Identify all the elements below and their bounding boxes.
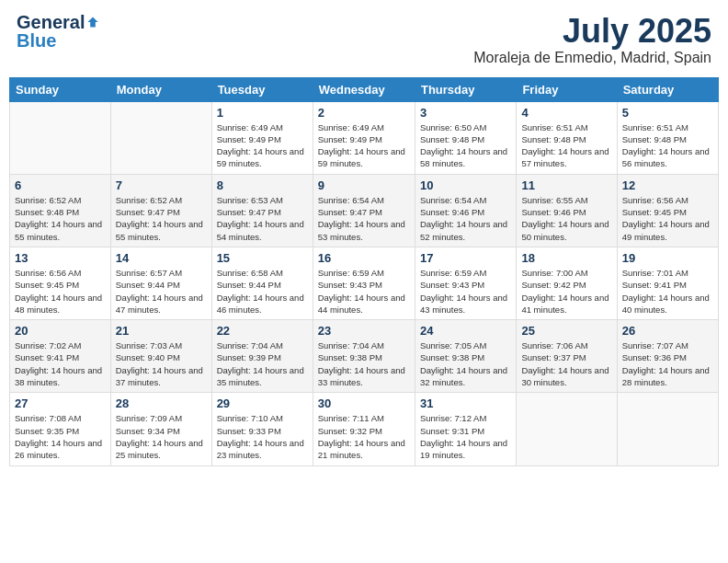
day-info: Sunrise: 6:52 AMSunset: 9:48 PMDaylight:… xyxy=(15,194,106,243)
day-number: 15 xyxy=(217,251,308,265)
day-number: 25 xyxy=(521,324,611,338)
col-friday: Friday xyxy=(517,77,617,101)
day-info: Sunrise: 7:11 AMSunset: 9:32 PMDaylight:… xyxy=(318,412,410,461)
col-thursday: Thursday xyxy=(415,77,516,101)
svg-marker-0 xyxy=(88,17,98,27)
table-row: 20Sunrise: 7:02 AMSunset: 9:41 PMDayligh… xyxy=(10,320,111,393)
day-number: 22 xyxy=(217,324,308,338)
day-number: 9 xyxy=(318,178,410,192)
day-info: Sunrise: 7:02 AMSunset: 9:41 PMDaylight:… xyxy=(15,339,106,388)
table-row xyxy=(517,393,617,465)
table-row: 27Sunrise: 7:08 AMSunset: 9:35 PMDayligh… xyxy=(10,393,111,465)
table-row: 17Sunrise: 6:59 AMSunset: 9:43 PMDayligh… xyxy=(415,247,516,319)
logo-general-text: General xyxy=(17,13,85,31)
day-info: Sunrise: 6:53 AMSunset: 9:47 PMDaylight:… xyxy=(217,194,308,243)
day-info: Sunrise: 6:50 AMSunset: 9:48 PMDaylight:… xyxy=(420,121,511,170)
col-wednesday: Wednesday xyxy=(313,77,415,101)
day-info: Sunrise: 7:06 AMSunset: 9:37 PMDaylight:… xyxy=(521,339,611,388)
table-row: 5Sunrise: 6:51 AMSunset: 9:48 PMDaylight… xyxy=(617,101,718,174)
table-row xyxy=(110,101,211,174)
day-info: Sunrise: 7:10 AMSunset: 9:33 PMDaylight:… xyxy=(217,412,308,461)
table-row xyxy=(10,101,111,174)
table-row: 4Sunrise: 6:51 AMSunset: 9:48 PMDaylight… xyxy=(517,101,617,174)
day-number: 29 xyxy=(217,396,308,410)
day-number: 5 xyxy=(622,106,713,120)
day-number: 19 xyxy=(622,251,713,265)
calendar-week-row: 6Sunrise: 6:52 AMSunset: 9:48 PMDaylight… xyxy=(10,174,719,247)
calendar-week-row: 1Sunrise: 6:49 AMSunset: 9:49 PMDaylight… xyxy=(10,101,719,174)
day-info: Sunrise: 6:54 AMSunset: 9:46 PMDaylight:… xyxy=(420,194,511,243)
day-number: 13 xyxy=(15,251,106,265)
table-row: 3Sunrise: 6:50 AMSunset: 9:48 PMDaylight… xyxy=(415,101,516,174)
day-number: 24 xyxy=(420,324,511,338)
logo-blue-text: Blue xyxy=(17,31,56,50)
day-number: 26 xyxy=(622,324,713,338)
day-info: Sunrise: 6:59 AMSunset: 9:43 PMDaylight:… xyxy=(318,267,410,316)
day-info: Sunrise: 7:12 AMSunset: 9:31 PMDaylight:… xyxy=(420,412,511,461)
day-info: Sunrise: 6:51 AMSunset: 9:48 PMDaylight:… xyxy=(521,121,611,170)
table-row: 9Sunrise: 6:54 AMSunset: 9:47 PMDaylight… xyxy=(313,174,415,247)
day-number: 27 xyxy=(15,396,106,410)
day-info: Sunrise: 7:08 AMSunset: 9:35 PMDaylight:… xyxy=(15,412,106,461)
day-number: 14 xyxy=(116,251,207,265)
day-info: Sunrise: 7:01 AMSunset: 9:41 PMDaylight:… xyxy=(622,267,713,316)
col-monday: Monday xyxy=(110,77,211,101)
day-info: Sunrise: 6:55 AMSunset: 9:46 PMDaylight:… xyxy=(521,194,611,243)
table-row: 24Sunrise: 7:05 AMSunset: 9:38 PMDayligh… xyxy=(415,320,516,393)
day-number: 6 xyxy=(15,178,106,192)
table-row: 18Sunrise: 7:00 AMSunset: 9:42 PMDayligh… xyxy=(517,247,617,319)
table-row: 29Sunrise: 7:10 AMSunset: 9:33 PMDayligh… xyxy=(211,393,313,465)
day-number: 18 xyxy=(521,251,611,265)
day-number: 11 xyxy=(521,178,611,192)
logo: General Blue xyxy=(17,13,99,50)
table-row: 26Sunrise: 7:07 AMSunset: 9:36 PMDayligh… xyxy=(617,320,718,393)
day-info: Sunrise: 7:07 AMSunset: 9:36 PMDaylight:… xyxy=(622,339,713,388)
table-row: 7Sunrise: 6:52 AMSunset: 9:47 PMDaylight… xyxy=(110,174,211,247)
table-row: 14Sunrise: 6:57 AMSunset: 9:44 PMDayligh… xyxy=(110,247,211,319)
day-info: Sunrise: 7:04 AMSunset: 9:39 PMDaylight:… xyxy=(217,339,308,388)
table-row xyxy=(617,393,718,465)
day-number: 12 xyxy=(622,178,713,192)
day-number: 21 xyxy=(116,324,207,338)
table-row: 23Sunrise: 7:04 AMSunset: 9:38 PMDayligh… xyxy=(313,320,415,393)
table-row: 1Sunrise: 6:49 AMSunset: 9:49 PMDaylight… xyxy=(211,101,313,174)
day-number: 16 xyxy=(318,251,410,265)
day-number: 31 xyxy=(420,396,511,410)
calendar-week-row: 27Sunrise: 7:08 AMSunset: 9:35 PMDayligh… xyxy=(10,393,719,465)
header: General Blue July 2025 Moraleja de Enmed… xyxy=(9,9,719,70)
day-info: Sunrise: 6:56 AMSunset: 9:45 PMDaylight:… xyxy=(622,194,713,243)
table-row: 11Sunrise: 6:55 AMSunset: 9:46 PMDayligh… xyxy=(517,174,617,247)
table-row: 15Sunrise: 6:58 AMSunset: 9:44 PMDayligh… xyxy=(211,247,313,319)
col-tuesday: Tuesday xyxy=(211,77,313,101)
calendar-week-row: 13Sunrise: 6:56 AMSunset: 9:45 PMDayligh… xyxy=(10,247,719,319)
day-number: 30 xyxy=(318,396,410,410)
day-number: 2 xyxy=(318,106,410,120)
table-row: 28Sunrise: 7:09 AMSunset: 9:34 PMDayligh… xyxy=(110,393,211,465)
table-row: 31Sunrise: 7:12 AMSunset: 9:31 PMDayligh… xyxy=(415,393,516,465)
day-info: Sunrise: 6:49 AMSunset: 9:49 PMDaylight:… xyxy=(318,121,410,170)
col-sunday: Sunday xyxy=(10,77,111,101)
table-row: 22Sunrise: 7:04 AMSunset: 9:39 PMDayligh… xyxy=(211,320,313,393)
title-area: July 2025 Moraleja de Enmedio, Madrid, S… xyxy=(473,13,711,66)
table-row: 10Sunrise: 6:54 AMSunset: 9:46 PMDayligh… xyxy=(415,174,516,247)
day-info: Sunrise: 6:56 AMSunset: 9:45 PMDaylight:… xyxy=(15,267,106,316)
day-info: Sunrise: 6:52 AMSunset: 9:47 PMDaylight:… xyxy=(116,194,207,243)
table-row: 2Sunrise: 6:49 AMSunset: 9:49 PMDaylight… xyxy=(313,101,415,174)
day-number: 7 xyxy=(116,178,207,192)
calendar-table: Sunday Monday Tuesday Wednesday Thursday… xyxy=(9,77,719,466)
table-row: 21Sunrise: 7:03 AMSunset: 9:40 PMDayligh… xyxy=(110,320,211,393)
day-info: Sunrise: 7:05 AMSunset: 9:38 PMDaylight:… xyxy=(420,339,511,388)
calendar-header-row: Sunday Monday Tuesday Wednesday Thursday… xyxy=(10,77,719,101)
day-info: Sunrise: 6:51 AMSunset: 9:48 PMDaylight:… xyxy=(622,121,713,170)
day-number: 28 xyxy=(116,396,207,410)
page-title: July 2025 xyxy=(473,13,711,50)
day-info: Sunrise: 6:57 AMSunset: 9:44 PMDaylight:… xyxy=(116,267,207,316)
col-saturday: Saturday xyxy=(617,77,718,101)
table-row: 19Sunrise: 7:01 AMSunset: 9:41 PMDayligh… xyxy=(617,247,718,319)
calendar-week-row: 20Sunrise: 7:02 AMSunset: 9:41 PMDayligh… xyxy=(10,320,719,393)
day-number: 17 xyxy=(420,251,511,265)
day-number: 10 xyxy=(420,178,511,192)
page-subtitle: Moraleja de Enmedio, Madrid, Spain xyxy=(473,50,711,66)
table-row: 12Sunrise: 6:56 AMSunset: 9:45 PMDayligh… xyxy=(617,174,718,247)
day-number: 23 xyxy=(318,324,410,338)
